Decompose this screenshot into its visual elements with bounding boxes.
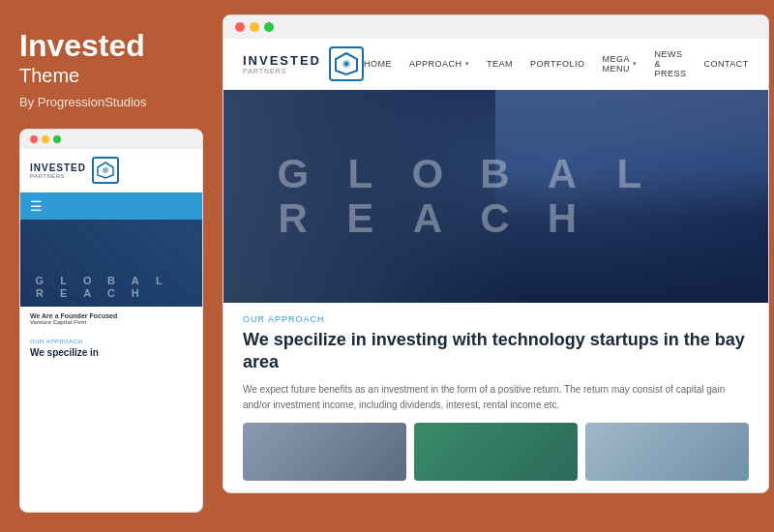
mobile-hero-letter-h: H <box>124 287 147 299</box>
mobile-hero-letter-r: R <box>28 287 51 299</box>
desktop-content: OUR APPROACH We specilize in investing w… <box>223 303 768 492</box>
mobile-tagline-main: We Are a Founder Focused <box>30 312 193 319</box>
mega-menu-arrow: ▾ <box>633 60 638 68</box>
mobile-hero-letter-blank1 <box>171 275 194 286</box>
desktop-logo-sub: PARTNERS <box>243 68 321 74</box>
mobile-hero-letter-g: G <box>28 275 51 286</box>
mobile-hero-letter-a: A <box>124 275 147 286</box>
mobile-hero-letter-e: E <box>52 287 75 299</box>
nav-item-team[interactable]: TEAM <box>487 59 513 69</box>
portfolio-image-2 <box>414 423 578 481</box>
desktop-window-dots <box>223 15 768 39</box>
mobile-hero-letter-a2: A <box>75 287 99 299</box>
svg-point-4 <box>344 62 348 66</box>
mobile-logo: INVESTED PARTNERS <box>30 157 119 184</box>
mobile-logo-text: INVESTED <box>30 163 86 173</box>
mobile-tagline: We Are a Founder Focused Venture Capital… <box>20 307 202 331</box>
mobile-hero-letter-o: O <box>75 275 99 286</box>
hero-text-row2: R E A C H <box>262 198 729 239</box>
hero-letter-blank2 <box>599 198 663 239</box>
theme-title: Invested <box>19 29 203 63</box>
hero-letter-a: A <box>531 154 595 194</box>
mobile-logo-sub: PARTNERS <box>30 173 86 179</box>
desktop-logo: INVESTED PARTNERS <box>243 46 364 81</box>
mobile-hero-letter-c: C <box>100 287 123 299</box>
portfolio-image-1 <box>243 423 406 481</box>
approach-body: We expect future benefits as an investme… <box>243 382 749 413</box>
mobile-dot-red[interactable] <box>30 135 38 143</box>
desktop-logo-text: INVESTED <box>243 53 321 68</box>
mobile-hero-letter-blank3 <box>171 287 194 299</box>
hero-letter-o: O <box>397 154 461 194</box>
nav-item-contact[interactable]: CONTACT <box>703 59 748 69</box>
hero-text-row1: G L O B A L <box>262 154 729 194</box>
mobile-approach-label: OUR APPROACH <box>20 331 202 346</box>
mobile-hero: G L O B A L R E A C H <box>20 220 202 307</box>
nav-item-mega-menu[interactable]: MEGA MENU ▾ <box>602 54 637 74</box>
desktop-site-header: INVESTED PARTNERS HOME APPROACH ▾ TEAM P… <box>223 39 768 90</box>
hero-letter-l: L <box>599 154 663 194</box>
hero-letter-e: E <box>330 198 394 239</box>
mobile-window-dots <box>20 130 202 149</box>
image-row <box>243 423 749 481</box>
nav-item-home[interactable]: HOME <box>364 59 392 69</box>
sidebar: Invested Theme By ProgressionStudios INV… <box>0 0 223 532</box>
desktop-logo-icon <box>329 46 364 81</box>
hero-letter-blank <box>666 154 729 194</box>
approach-title: We specilize in investing with technolog… <box>243 329 749 374</box>
mobile-preview-card: INVESTED PARTNERS ☰ G L O B <box>19 129 203 513</box>
portfolio-image-3 <box>585 423 749 481</box>
mobile-tagline-sub: Venture Capital Firm <box>30 319 193 325</box>
theme-label: Theme <box>19 65 203 87</box>
mobile-logo-icon <box>92 157 119 184</box>
hero-letter-c: C <box>464 198 528 239</box>
mobile-approach-title: We specilize in <box>20 346 202 367</box>
theme-author: By ProgressionStudios <box>19 95 203 109</box>
approach-arrow: ▾ <box>465 60 470 68</box>
hero-letter-a2: A <box>397 198 461 239</box>
hero-letter-b: B <box>464 154 528 194</box>
mobile-hero-text: G L O B A L R E A C H <box>28 275 194 299</box>
mobile-dot-yellow[interactable] <box>42 135 49 143</box>
desktop-hero: G L O B A L R E A C H <box>223 90 768 303</box>
mobile-hero-letter-l: L <box>148 275 171 286</box>
svg-point-1 <box>103 167 108 173</box>
mobile-hero-letter-blank2 <box>148 287 171 299</box>
hero-letter-r: R <box>262 198 326 239</box>
nav-item-approach[interactable]: APPROACH ▾ <box>409 59 469 69</box>
desktop-hero-text: G L O B A L R E A C H <box>223 90 768 303</box>
hero-letter-l: L <box>330 154 394 194</box>
approach-label: OUR APPROACH <box>243 314 749 324</box>
desktop-preview-card: INVESTED PARTNERS HOME APPROACH ▾ TEAM P… <box>223 15 769 493</box>
desktop-dot-red[interactable] <box>235 22 245 32</box>
hamburger-icon[interactable]: ☰ <box>30 198 43 214</box>
desktop-dot-yellow[interactable] <box>250 22 259 32</box>
nav-item-news[interactable]: NEWS & PRESS <box>654 49 686 78</box>
mobile-hero-letter-b: B <box>100 275 123 286</box>
desktop-nav: HOME APPROACH ▾ TEAM PORTFOLIO MEGA MENU… <box>364 49 749 78</box>
nav-item-portfolio[interactable]: PORTFOLIO <box>530 59 584 69</box>
mobile-site-header: INVESTED PARTNERS <box>20 149 202 192</box>
hero-letter-blank3 <box>666 198 729 239</box>
hero-letter-g: G <box>262 154 326 194</box>
main-area: INVESTED PARTNERS HOME APPROACH ▾ TEAM P… <box>223 0 774 532</box>
mobile-dot-green[interactable] <box>53 135 61 143</box>
hero-letter-h: H <box>531 198 595 239</box>
desktop-dot-green[interactable] <box>264 22 274 32</box>
mobile-nav-bar[interactable]: ☰ <box>20 192 202 220</box>
mobile-hero-letter-l: L <box>52 275 75 286</box>
